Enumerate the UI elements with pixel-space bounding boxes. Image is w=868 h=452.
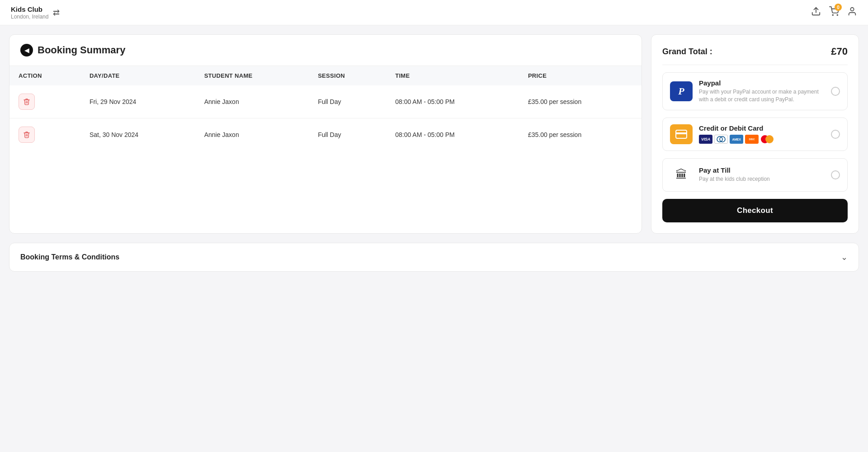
table-row: Sat, 30 Nov 2024 Annie Jaxon Full Day 08… [9,118,642,151]
till-icon-wrap: 🏛 [670,165,693,185]
brand-location: London, Ireland [11,14,48,20]
paypal-radio[interactable] [831,87,840,96]
svg-point-2 [837,14,838,15]
till-name: Pay at Till [699,166,825,174]
action-cell [9,118,80,151]
student-name-cell: Annie Jaxon [195,85,309,118]
student-name-cell: Annie Jaxon [195,118,309,151]
checkout-button[interactable]: Checkout [662,199,848,222]
paypal-info: Paypal Pay with your PayPal account or m… [699,79,825,104]
mastercard-wrap [761,135,774,143]
booking-summary-panel: ◀ Booking Summary ACTION DAY/DATE STUDEN… [9,34,642,234]
action-cell [9,85,80,118]
back-circle-icon[interactable]: ◀ [20,44,33,56]
table-body: Fri, 29 Nov 2024 Annie Jaxon Full Day 08… [9,85,642,151]
table-row: Fri, 29 Nov 2024 Annie Jaxon Full Day 08… [9,85,642,118]
card-logos: VISA AMEX DISC [699,135,825,144]
col-student-name: STUDENT NAME [195,66,309,85]
delete-button-0[interactable] [19,94,35,110]
chevron-down-icon: ⌄ [841,252,848,262]
time-cell: 08:00 AM - 05:00 PM [386,118,519,151]
svg-rect-5 [676,132,687,134]
paypal-name: Paypal [699,79,825,87]
time-cell: 08:00 AM - 05:00 PM [386,85,519,118]
table-header: ACTION DAY/DATE STUDENT NAME SESSION TIM… [9,66,642,85]
col-session: SESSION [309,66,386,85]
cart-badge: 0 [835,4,842,11]
till-info: Pay at Till Pay at the kids club recepti… [699,166,825,183]
diners-logo [714,135,728,144]
paypal-icon-wrap: P [670,81,693,101]
day-date-cell: Fri, 29 Nov 2024 [80,85,195,118]
discover-logo: DISC [745,135,759,144]
card-radio[interactable] [831,130,840,139]
mc-right-circle [765,135,774,143]
grand-total-row: Grand Total : £70 [662,46,848,65]
booking-summary-header: ◀ Booking Summary [9,35,642,66]
till-description: Pay at the kids club reception [699,175,825,183]
mastercard-logo [760,135,774,144]
day-date-cell: Sat, 30 Nov 2024 [80,118,195,151]
paypal-p-icon: P [678,85,684,97]
booking-summary-title: Booking Summary [38,44,125,56]
col-price: PRICE [519,66,642,85]
user-icon[interactable] [847,6,857,19]
card-name: Credit or Debit Card [699,124,825,132]
terms-section: Booking Terms & Conditions ⌄ [9,243,859,272]
svg-point-1 [832,14,833,15]
paypal-description: Pay with your PayPal account or make a p… [699,88,825,104]
col-action: ACTION [9,66,80,85]
credit-card-icon [675,130,687,139]
terms-row[interactable]: Booking Terms & Conditions ⌄ [9,243,859,271]
cart-icon[interactable]: 0 [829,6,839,19]
visa-logo: VISA [699,135,712,144]
card-icon-wrap [670,124,693,144]
payment-option-card[interactable]: Credit or Debit Card VISA AMEX DISC [662,118,848,151]
col-day-date: DAY/DATE [80,66,195,85]
back-icon[interactable]: ⇄ [53,8,60,18]
price-cell: £35.00 per session [519,85,642,118]
header-right: 0 [811,6,857,19]
payment-option-paypal[interactable]: P Paypal Pay with your PayPal account or… [662,72,848,110]
main-content: ◀ Booking Summary ACTION DAY/DATE STUDEN… [0,25,868,234]
delete-button-1[interactable] [19,127,35,143]
brand-info: Kids Club London, Ireland [11,5,48,20]
brand-name: Kids Club [11,5,48,14]
header: Kids Club London, Ireland ⇄ 0 [0,0,868,25]
payment-panel: Grand Total : £70 P Paypal Pay with your… [651,34,859,234]
header-left: Kids Club London, Ireland ⇄ [11,5,60,20]
session-cell: Full Day [309,118,386,151]
card-info: Credit or Debit Card VISA AMEX DISC [699,124,825,144]
col-time: TIME [386,66,519,85]
terms-label: Booking Terms & Conditions [20,253,119,261]
price-cell: £35.00 per session [519,118,642,151]
booking-table: ACTION DAY/DATE STUDENT NAME SESSION TIM… [9,66,642,151]
grand-total-amount: £70 [831,46,848,57]
upload-icon[interactable] [811,6,821,19]
svg-point-3 [850,8,854,11]
payment-option-till[interactable]: 🏛 Pay at Till Pay at the kids club recep… [662,158,848,192]
till-radio[interactable] [831,170,840,179]
till-building-icon: 🏛 [675,168,687,182]
session-cell: Full Day [309,85,386,118]
amex-logo: AMEX [730,135,743,144]
grand-total-label: Grand Total : [662,47,712,56]
